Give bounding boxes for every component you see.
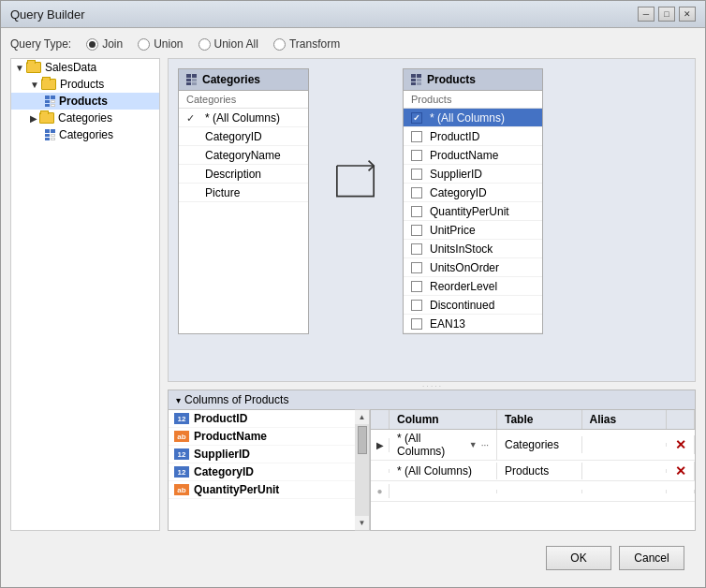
grid-cell-table-2[interactable]: Products: [497, 463, 582, 479]
row-label: UnitsOnOrder: [430, 261, 499, 274]
grid-cell-x-2[interactable]: ✕: [667, 462, 695, 480]
col-item-quantityperunit[interactable]: ab QuantityPerUnit: [169, 481, 355, 499]
grid-row-2: * (All Columns) Products ✕: [371, 461, 695, 481]
diagram-table-header-products: Products: [404, 69, 542, 91]
row-label: UnitPrice: [430, 224, 476, 237]
row-label: CategoryName: [205, 149, 281, 162]
grid-cell-column-2[interactable]: * (All Columns): [390, 463, 497, 479]
columns-expand-arrow[interactable]: ▾: [176, 395, 181, 405]
grid-header-arrow: [371, 410, 390, 429]
grid-cell-arrow-1: ▶: [371, 438, 390, 452]
col-type-icon-categoryid: 12: [174, 466, 189, 478]
diagram-inner: Categories Categories ✓ * (All Columns): [169, 59, 695, 344]
diagram-rows-products: ✓ * (All Columns) ProductID: [404, 109, 542, 333]
grid-cell-table-empty: [497, 490, 582, 493]
diagram-row-all-columns-prod[interactable]: ✓ * (All Columns): [404, 109, 542, 127]
add-row-indicator: ●: [376, 486, 382, 496]
dropdown-arrow-1[interactable]: ▼: [469, 440, 478, 449]
radio-transform[interactable]: Transform: [273, 37, 340, 51]
checkbox-qpu: [411, 206, 422, 217]
diagram-row-unitsonorder[interactable]: UnitsOnOrder: [404, 258, 542, 277]
grid-cell-column-1[interactable]: * (All Columns) ▼ ···: [390, 430, 497, 460]
diagram-row-unitprice[interactable]: UnitPrice: [404, 221, 542, 240]
scroll-down-arrow[interactable]: ▼: [359, 516, 366, 530]
grid-cell-alias-1[interactable]: [582, 443, 668, 447]
tree-item-salesdata[interactable]: ▼ SalesData: [11, 59, 159, 76]
diagram-table-subtitle-products: Products: [404, 91, 542, 109]
scroll-thumb[interactable]: [358, 426, 367, 454]
maximize-button[interactable]: □: [658, 7, 675, 22]
diagram-row-picture[interactable]: Picture: [179, 184, 308, 202]
grid-header-alias: Alias: [582, 410, 668, 429]
diagram-row-ean13[interactable]: EAN13: [404, 315, 542, 333]
diagram-row-categoryid[interactable]: CategoryID: [179, 127, 308, 146]
diagram-row-productname[interactable]: ProductName: [404, 146, 542, 165]
row-label: * (All Columns): [430, 111, 505, 125]
ok-button[interactable]: OK: [546, 546, 611, 570]
diagram-row-unitsinstock[interactable]: UnitsInStock: [404, 240, 542, 258]
grid-cell-arrow-empty: ●: [371, 484, 390, 498]
tree-label-salesdata: SalesData: [45, 61, 96, 74]
diagram-row-categoryname[interactable]: CategoryName: [179, 146, 308, 165]
row-label: CategoryID: [430, 186, 487, 199]
columns-header: ▾ Columns of Products: [168, 390, 696, 409]
columns-scrollbar[interactable]: ▲ ▼: [355, 409, 370, 531]
checkbox-reorderlevel: [411, 281, 422, 292]
checkbox-all-columns: ✓: [411, 112, 422, 124]
delete-button-1[interactable]: ✕: [675, 437, 686, 452]
table-icon-cat-diagram: [186, 74, 197, 85]
row-label: Description: [205, 168, 261, 181]
diagram-row-all-columns-cat[interactable]: ✓ * (All Columns): [179, 109, 308, 127]
tree-item-products-table[interactable]: Products: [11, 93, 159, 110]
main-area: ▼ SalesData ▼ Products: [10, 58, 696, 531]
diagram-row-description[interactable]: Description: [179, 165, 308, 184]
col-item-productname[interactable]: ab ProductName: [169, 428, 355, 446]
grid-cell-alias-2[interactable]: [582, 469, 668, 473]
col-item-supplierid[interactable]: 12 SupplierID: [169, 446, 355, 463]
tree-item-products-folder[interactable]: ▼ Products: [11, 76, 159, 93]
diagram-table-name-products: Products: [427, 73, 476, 86]
scroll-up-arrow[interactable]: ▲: [359, 410, 366, 424]
checkbox-unitsonorder: [411, 262, 422, 273]
radio-join-circle: [86, 38, 98, 51]
diagram-row-supplierid[interactable]: SupplierID: [404, 165, 542, 184]
grid-row-empty: ●: [371, 481, 695, 502]
col-type-icon-productname: ab: [174, 431, 189, 442]
diagram-row-categoryid-prod[interactable]: CategoryID: [404, 184, 542, 202]
col-name-productname: ProductName: [194, 430, 267, 443]
splitter-grip: · · · · ·: [168, 382, 696, 390]
diagram-scroll-area[interactable]: Categories Categories ✓ * (All Columns): [168, 58, 696, 382]
close-button[interactable]: ✕: [679, 7, 696, 22]
row-label: QuantityPerUnit: [430, 205, 509, 218]
col-item-productid[interactable]: 12 ProductID: [169, 410, 355, 428]
cancel-button[interactable]: Cancel: [619, 546, 684, 570]
col-value-2: * (All Columns): [397, 464, 472, 478]
tree-item-categories-table[interactable]: Categories: [11, 126, 159, 143]
ellipsis-button-1[interactable]: ···: [481, 440, 489, 450]
row-label: CategoryID: [205, 130, 262, 143]
columns-list: 12 ProductID ab ProductName 12 SupplierI…: [168, 409, 355, 531]
bottom-section: ▾ Columns of Products 12 ProductID ab: [168, 390, 696, 531]
grid-cell-empty[interactable]: [390, 490, 497, 493]
row-label: * (All Columns): [205, 111, 280, 125]
diagram-row-productid[interactable]: ProductID: [404, 127, 542, 146]
checkbox-categoryid: [411, 187, 422, 198]
col-item-categoryid[interactable]: 12 CategoryID: [169, 463, 355, 481]
diagram-row-reorderlevel[interactable]: ReorderLevel: [404, 277, 542, 296]
grid-cell-table-1[interactable]: Categories: [497, 436, 582, 453]
checkbox-unitsinstock: [411, 243, 422, 255]
row-label: ProductID: [430, 130, 479, 143]
query-type-row: Query Type: Join Union Union All Transfo…: [10, 37, 696, 51]
radio-union-all[interactable]: Union All: [199, 37, 258, 51]
row-label: ReorderLevel: [430, 280, 497, 293]
tree-label-products-table: Products: [59, 95, 108, 108]
minimize-button[interactable]: ─: [638, 7, 655, 22]
grid-cell-x-1[interactable]: ✕: [667, 435, 695, 454]
diagram-row-quantityperunit[interactable]: QuantityPerUnit: [404, 202, 542, 221]
radio-union[interactable]: Union: [138, 37, 183, 51]
delete-button-2[interactable]: ✕: [675, 463, 686, 478]
radio-join[interactable]: Join: [86, 37, 123, 51]
diagram-row-discontinued[interactable]: Discontinued: [404, 296, 542, 315]
checkbox-productname: [411, 150, 422, 161]
tree-item-categories-folder[interactable]: ▶ Categories: [11, 110, 159, 126]
